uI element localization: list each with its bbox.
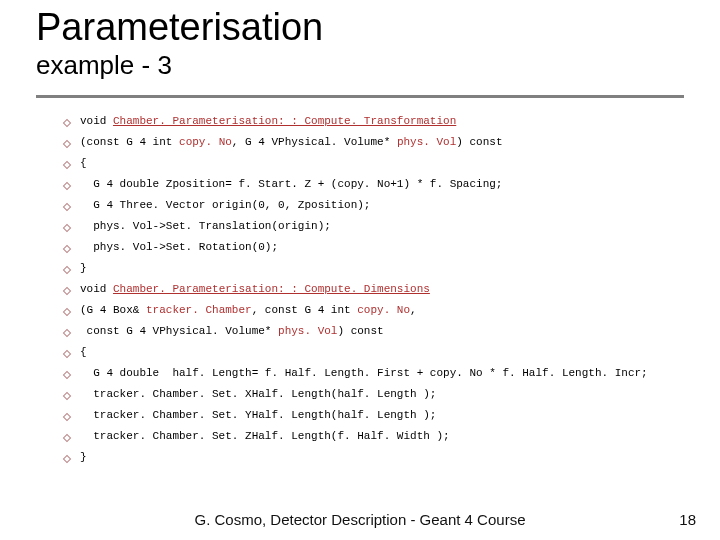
code-block: void Chamber. Parameterisation: : Comput… [36,116,684,463]
code-line: (G 4 Box& tracker. Chamber, const G 4 in… [64,305,684,316]
code-line: } [64,452,684,463]
code-line: G 4 double half. Length= f. Half. Length… [64,368,684,379]
code-line: tracker. Chamber. Set. ZHalf. Length(f. … [64,431,684,442]
code-line: tracker. Chamber. Set. YHalf. Length(hal… [64,410,684,421]
code-list: void Chamber. Parameterisation: : Comput… [64,116,684,463]
page-number: 18 [679,511,696,528]
divider [36,95,684,98]
code-line: (const G 4 int copy. No, G 4 VPhysical. … [64,137,684,148]
slide-subtitle: example - 3 [36,50,684,81]
code-line: tracker. Chamber. Set. XHalf. Length(hal… [64,389,684,400]
code-line: void Chamber. Parameterisation: : Comput… [64,284,684,295]
code-line: G 4 Three. Vector origin(0, 0, Zposition… [64,200,684,211]
code-line: const G 4 VPhysical. Volume* phys. Vol) … [64,326,684,337]
code-line: { [64,158,684,169]
code-line: } [64,263,684,274]
footer-text: G. Cosmo, Detector Description - Geant 4… [0,511,720,528]
code-line: { [64,347,684,358]
slide-title: Parameterisation [36,8,684,48]
code-line: phys. Vol->Set. Rotation(0); [64,242,684,253]
slide: Parameterisation example - 3 void Chambe… [0,0,720,540]
code-line: phys. Vol->Set. Translation(origin); [64,221,684,232]
code-line: G 4 double Zposition= f. Start. Z + (cop… [64,179,684,190]
code-line: void Chamber. Parameterisation: : Comput… [64,116,684,127]
